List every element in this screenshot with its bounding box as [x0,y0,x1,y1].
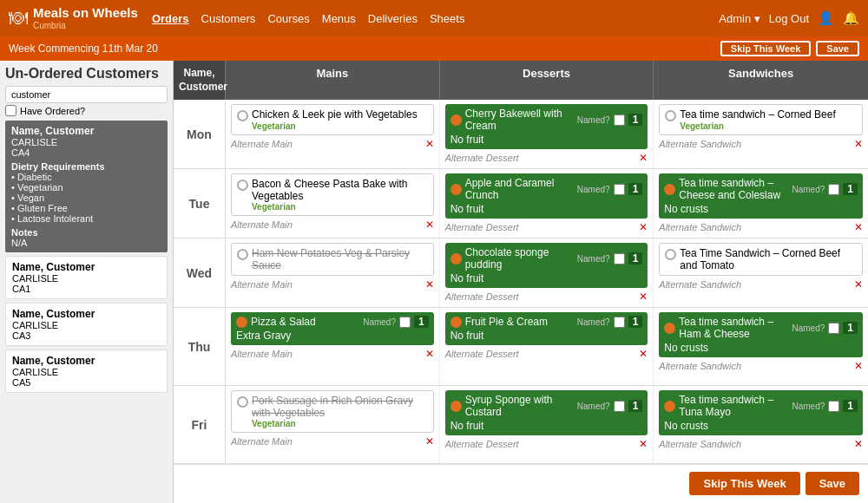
skip-week-header-button[interactable]: Skip This Week [720,41,812,56]
named-check-thu-sandwich[interactable] [828,323,839,334]
named-check-fri-dessert[interactable] [614,401,625,412]
alt-dessert-label-thu: Alternate Dessert [445,349,519,359]
white-dot-wed-main [237,249,248,260]
nav-menus[interactable]: Menus [322,12,356,25]
named-label-tue-dessert: Named? [577,185,610,194]
no-fruit-wed: No fruit [450,272,643,284]
main-cell-thu: Pizza & Salad Named? 1 Extra Gravy Alter… [226,308,440,385]
alt-dessert-x-fri[interactable]: ✕ [639,438,648,450]
qty-wed-dessert: 1 [628,252,643,265]
named-label-thu-sandwich: Named? [792,323,825,333]
alt-sandwich-label-wed: Alternate Sandwich [659,279,741,290]
day-label-thu: Thu [174,308,226,385]
veg-tag-tue: Vegetarian [252,202,428,212]
sandwich-text-mon: Tea time sandwich – Corned Beef [680,108,835,121]
admin-button[interactable]: Admin ▾ [719,12,760,25]
sandwich-text-thu: Tea time sandwich – Ham & Cheese [679,316,788,340]
customer-card-active[interactable]: Name, Customer CARLISLE CA4 Dietry Requi… [5,121,168,252]
white-dot-fri-main [237,396,248,408]
orange-dot-wed-dessert [450,253,462,265]
orange-dot-thu-dessert [450,317,462,328]
alt-sandwich-x-fri[interactable]: ✕ [854,438,863,450]
named-check-wed-dessert[interactable] [614,253,625,265]
logout-button[interactable]: Log Out [769,12,809,25]
customer-card[interactable]: Name, Customer CARLISLE CA5 [5,349,168,393]
alt-sandwich-x-wed[interactable]: ✕ [854,278,863,291]
alt-dessert-label-fri: Alternate Dessert [445,439,519,449]
user-icon: 👤 [818,10,834,26]
sandwich-cell-fri: Tea time sandwich – Tuna Mayo Named? 1 N… [654,386,868,463]
orange-dot-thu-sandwich [664,323,675,334]
alt-dessert-x-thu[interactable]: ✕ [639,348,648,360]
named-label-tue-sandwich: Named? [792,185,825,194]
alt-sandwich-label-thu: Alternate Sandwich [659,361,741,371]
qty-thu-sandwich: 1 [843,322,858,334]
col-header-mains: Mains [226,61,440,100]
nav-customers[interactable]: Customers [201,12,256,25]
no-fruit-fri: No fruit [450,420,643,432]
nav-deliveries[interactable]: Deliveries [368,12,418,25]
alt-sandwich-label-fri: Alternate Sandwich [659,439,741,449]
main-cell-wed: Ham New Potatoes Veg & Parsley Sauce Alt… [226,238,440,307]
sandwich-text-fri: Tea time sandwich – Tuna Mayo [679,394,788,418]
named-check-fri-sandwich[interactable] [828,401,839,412]
named-check-mon-dessert[interactable] [614,114,625,126]
customer-card[interactable]: Name, Customer CARLISLE CA3 [5,303,168,346]
main-cell-fri: Pork Sausage in Rich Onion Gravy with Ve… [226,386,440,463]
dietry-title: Dietry Requirements [11,161,161,172]
day-label-tue: Tue [174,169,226,238]
dessert-text-fri: Syrup Sponge with Custard [465,394,574,418]
white-dot-mon-main [237,110,248,121]
named-label-mon-dessert: Named? [577,115,610,125]
notes-title: Notes [11,227,161,238]
sandwich-cell-wed: Tea Time Sandwich – Corned Beef and Toma… [654,238,868,307]
veg-tag-mon: Vegetarian [252,121,428,131]
sidebar: Un-Ordered Customers Have Ordered? Name,… [0,61,174,503]
alt-sandwich-x-thu[interactable]: ✕ [854,360,863,372]
page-title: Un-Ordered Customers [5,66,168,82]
alt-main-label-fri: Alternate Main [231,436,293,447]
qty-thu-main: 1 [414,316,429,328]
no-fruit-thu: No fruit [450,330,643,342]
alt-sandwich-x-tue[interactable]: ✕ [854,221,863,233]
search-input[interactable] [5,86,168,103]
named-label-thu-dessert: Named? [577,317,610,327]
col-header-sandwiches: Sandwiches [654,61,868,100]
named-check-tue-sandwich[interactable] [828,184,839,195]
no-crusts-fri: No crusts [664,420,858,432]
skip-week-bottom-button[interactable]: Skip This Week [689,472,799,495]
alt-main-x-fri[interactable]: ✕ [425,435,434,447]
nav-sheets[interactable]: Sheets [430,12,464,25]
customer-card[interactable]: Name, Customer CARLISLE CA1 [5,256,168,299]
save-bottom-button[interactable]: Save [806,472,859,495]
save-header-button[interactable]: Save [816,41,859,56]
alt-main-x-wed[interactable]: ✕ [425,278,434,291]
orange-dot-tue-dessert [450,184,462,195]
alt-dessert-x-mon[interactable]: ✕ [639,152,648,164]
named-check-thu-dessert[interactable] [614,317,625,328]
alt-dessert-label-mon: Alternate Dessert [445,153,519,163]
sandwich-text-wed: Tea Time Sandwich – Corned Beef and Toma… [680,247,857,271]
have-ordered-checkbox[interactable] [5,105,16,116]
named-check-tue-dessert[interactable] [614,184,625,195]
alt-main-x-mon[interactable]: ✕ [425,138,434,150]
day-label-fri: Fri [174,386,226,463]
dessert-cell-wed: Chocolate sponge pudding Named? 1 No fru… [440,238,654,307]
alt-main-x-tue[interactable]: ✕ [425,219,434,231]
alt-dessert-x-tue[interactable]: ✕ [639,221,648,233]
dessert-cell-mon: Cherry Bakewell with Cream Named? 1 No f… [440,100,654,168]
nav-courses[interactable]: Courses [267,12,309,25]
table-row: Fri Pork Sausage in Rich Onion Gravy wit… [174,386,868,464]
nav-orders[interactable]: Orders [152,12,189,25]
col-header-desserts: Desserts [440,61,654,100]
named-label-fri-sandwich: Named? [792,402,825,411]
qty-tue-dessert: 1 [628,183,643,195]
alt-sandwich-label-tue: Alternate Sandwich [659,222,741,232]
alt-main-x-thu[interactable]: ✕ [425,348,434,360]
named-check-thu-main[interactable] [399,317,411,328]
alt-main-label-thu: Alternate Main [231,349,293,359]
orange-dot-fri-sandwich [664,401,675,412]
alt-dessert-x-wed[interactable]: ✕ [639,291,648,303]
table-row: Tue Bacon & Cheese Pasta Bake with Veget… [174,169,868,238]
alt-sandwich-x-mon[interactable]: ✕ [854,138,863,150]
